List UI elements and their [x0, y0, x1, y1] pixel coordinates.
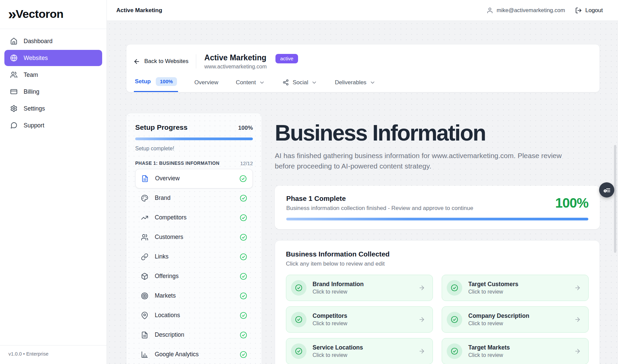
scrollbar[interactable] [614, 145, 616, 253]
setup-item-label: Offerings [155, 273, 233, 280]
gear-icon [10, 105, 18, 112]
review-card-title: Company Description [468, 312, 529, 320]
user-account: mike@activemarketing.com [487, 7, 565, 14]
arrow-right-icon [418, 316, 425, 323]
collected-info-card: Business Information Collected Click any… [275, 240, 600, 364]
topbar-right: mike@activemarketing.com Logout [487, 7, 603, 14]
arrow-right-icon [418, 284, 425, 291]
home-icon [10, 37, 18, 45]
review-card-text: Brand Information Click to review [313, 281, 364, 295]
setup-item-description[interactable]: Description [135, 325, 253, 345]
site-header-row: Back to Websites Active Marketing www.ac… [126, 44, 599, 72]
content-columns: Setup Progress 100% Setup complete! PHAS… [126, 113, 600, 364]
users-icon [10, 71, 18, 79]
check-circle-icon [240, 234, 247, 241]
setup-item-overview[interactable]: Overview [135, 169, 253, 188]
check-circle-icon [451, 316, 458, 323]
phase-progress-fill [286, 218, 588, 220]
review-card-text: Competitors Click to review [313, 312, 347, 327]
collected-items-grid: Brand Information Click to review [286, 275, 589, 364]
app-root: » Vectoron Dashboard Websites Team Billi… [0, 0, 618, 364]
review-card-subtitle: Click to review [468, 321, 529, 327]
logout-icon [575, 7, 582, 14]
sidebar: » Vectoron Dashboard Websites Team Billi… [0, 0, 107, 364]
phase-header: PHASE 1: BUSINESS INFORMATION 12/12 [135, 160, 253, 166]
review-card-text: Target Markets Click to review [468, 344, 510, 358]
app-logo[interactable]: » Vectoron [0, 0, 107, 29]
sidebar-item-label: Billing [24, 88, 39, 95]
setup-item-links[interactable]: Links [135, 247, 253, 267]
chevron-down-icon [370, 80, 376, 86]
trending-up-icon [141, 214, 148, 221]
setup-item-offerings[interactable]: Offerings [135, 267, 253, 286]
review-card-text: Company Description Click to review [468, 312, 529, 327]
back-to-websites-button[interactable]: Back to Websites [131, 55, 190, 68]
check-circle-icon [240, 214, 247, 221]
share-icon [283, 79, 289, 86]
panel-toggle-button[interactable] [599, 182, 614, 198]
tab-deliverables[interactable]: Deliverables [334, 76, 377, 92]
main-column: Active Marketing mike@activemarketing.co… [107, 0, 618, 364]
setup-item-google-analytics[interactable]: Google Analytics [135, 345, 253, 364]
sidebar-item-support[interactable]: Support [4, 117, 102, 133]
review-card-title: Service Locations [313, 344, 363, 351]
setup-item-markets[interactable]: Markets [135, 286, 253, 306]
check-circle-badge [291, 280, 306, 296]
credit-card-icon [10, 88, 18, 95]
back-label: Back to Websites [144, 58, 188, 65]
sidebar-item-dashboard[interactable]: Dashboard [4, 33, 102, 49]
review-card-subtitle: Click to review [468, 352, 510, 358]
review-card-target-markets[interactable]: Target Markets Click to review [442, 338, 589, 364]
review-card-title: Target Markets [468, 344, 510, 351]
arrow-right-icon [574, 348, 581, 355]
link-icon [141, 253, 148, 261]
setup-progress-bar [135, 138, 253, 140]
setup-item-label: Markets [155, 292, 233, 299]
setup-item-label: Links [155, 253, 233, 260]
check-circle-icon [240, 273, 247, 280]
logout-button[interactable]: Logout [575, 7, 603, 14]
tab-label: Social [293, 79, 308, 86]
version-info: v1.0.0 • Enterprise [0, 345, 107, 364]
setup-item-locations[interactable]: Locations [135, 306, 253, 325]
sidebar-item-settings[interactable]: Settings [4, 100, 102, 117]
sidebar-item-team[interactable]: Team [4, 67, 102, 83]
package-icon [141, 273, 148, 280]
map-pin-icon [141, 312, 148, 319]
logo-chevrons-icon: » [8, 9, 15, 19]
review-card-target-customers[interactable]: Target Customers Click to review [442, 275, 589, 301]
review-card-brand-information[interactable]: Brand Information Click to review [286, 275, 433, 301]
tab-content[interactable]: Content [235, 76, 266, 92]
site-url: www.activemarketing.com [204, 64, 267, 70]
page-description: AI has finished gathering business infor… [275, 150, 580, 172]
setup-item-competitors[interactable]: Competitors [135, 208, 253, 228]
tab-social[interactable]: Social [282, 76, 318, 92]
check-circle-icon [240, 194, 247, 202]
tab-setup[interactable]: Setup 100% [134, 74, 178, 92]
check-circle-icon [451, 284, 458, 292]
review-card-company-description[interactable]: Company Description Click to review [442, 306, 589, 333]
main-pane: Business Information AI has finished gat… [275, 113, 600, 364]
review-card-competitors[interactable]: Competitors Click to review [286, 306, 433, 333]
review-card-service-locations[interactable]: Service Locations Click to review [286, 338, 433, 364]
review-card-subtitle: Click to review [468, 289, 518, 295]
file-text-icon [141, 175, 149, 182]
sidebar-item-billing[interactable]: Billing [4, 84, 102, 100]
chevron-down-icon [259, 80, 265, 86]
review-card-subtitle: Click to review [313, 352, 363, 358]
tab-overview[interactable]: Overview [194, 76, 219, 92]
setup-item-label: Overview [155, 175, 233, 182]
check-circle-icon [295, 316, 302, 323]
setup-item-brand[interactable]: Brand [135, 188, 253, 208]
setup-item-customers[interactable]: Customers [135, 228, 253, 247]
review-card-title: Competitors [313, 312, 347, 320]
arrow-left-icon [133, 58, 140, 65]
check-circle-icon [451, 347, 458, 355]
setup-item-label: Google Analytics [155, 351, 233, 358]
site-header-card: Back to Websites Active Marketing www.ac… [126, 44, 600, 92]
sidebar-item-websites[interactable]: Websites [4, 50, 102, 66]
review-card-subtitle: Click to review [313, 289, 364, 295]
phase-card-head: Phase 1 Complete Business information co… [286, 194, 588, 212]
check-circle-badge [291, 312, 306, 327]
playlist-filter-icon [603, 186, 611, 194]
